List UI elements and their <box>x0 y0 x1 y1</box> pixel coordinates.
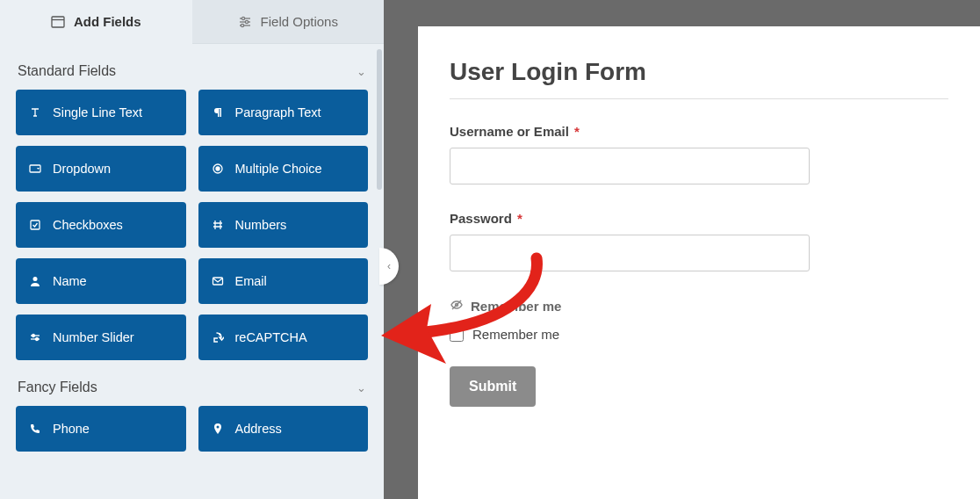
tab-add-fields[interactable]: Add Fields <box>0 0 192 44</box>
field-label: Multiple Choice <box>235 162 322 176</box>
svg-rect-11 <box>31 221 40 229</box>
form-preview: User Login Form Username or Email * Pass… <box>418 26 980 499</box>
remember-option[interactable]: Remember me <box>450 327 948 342</box>
paragraph-icon <box>211 105 225 119</box>
email-icon <box>211 274 225 288</box>
field-single-line-text[interactable]: Single Line Text <box>16 90 186 135</box>
dropdown-icon <box>28 162 42 176</box>
svg-point-3 <box>241 17 244 19</box>
chevron-left-icon: ‹ <box>387 260 391 272</box>
field-label: Paragraph Text <box>235 105 321 119</box>
field-numbers[interactable]: Numbers <box>198 202 369 248</box>
tab-label: Add Fields <box>74 14 141 29</box>
sliders-icon <box>238 15 252 29</box>
field-name[interactable]: Name <box>16 258 186 304</box>
hash-icon <box>211 218 225 232</box>
field-label: Phone <box>53 422 90 436</box>
field-label: reCAPTCHA <box>235 330 307 344</box>
section-title: Fancy Fields <box>18 380 97 395</box>
recaptcha-icon <box>211 330 225 344</box>
remember-label: Remember me <box>472 327 559 342</box>
svg-rect-0 <box>52 17 64 27</box>
field-number-slider[interactable]: Number Slider <box>16 315 186 360</box>
phone-icon <box>28 422 42 436</box>
tabs: Add Fields Field Options <box>0 0 384 44</box>
required-mark: * <box>517 211 522 226</box>
slider-icon <box>28 330 42 344</box>
password-input[interactable] <box>450 235 810 271</box>
svg-point-17 <box>36 338 39 341</box>
sidebar: Add Fields Field Options Standard Fields… <box>0 0 384 499</box>
section-standard-header[interactable]: Standard Fields ⌄ <box>16 44 368 90</box>
svg-point-5 <box>245 20 248 23</box>
section-fancy-header[interactable]: Fancy Fields ⌄ <box>16 360 368 406</box>
field-label: Email <box>235 274 267 288</box>
field-label: Single Line Text <box>53 105 142 119</box>
field-dropdown[interactable]: Dropdown <box>16 146 186 192</box>
checkbox-icon <box>28 218 42 232</box>
field-phone[interactable]: Phone <box>16 406 186 452</box>
remember-checkbox[interactable] <box>450 328 464 342</box>
tab-field-options[interactable]: Field Options <box>192 0 385 44</box>
standard-fields-grid: Single Line Text Paragraph Text Dropdown… <box>16 90 368 360</box>
field-multiple-choice[interactable]: Multiple Choice <box>198 146 369 192</box>
field-address[interactable]: Address <box>198 406 369 452</box>
user-icon <box>28 274 42 288</box>
field-paragraph-text[interactable]: Paragraph Text <box>198 90 369 135</box>
eye-off-icon <box>450 298 464 315</box>
remember-header: Remember me <box>450 298 948 315</box>
field-recaptcha[interactable]: reCAPTCHA <box>198 315 369 360</box>
field-checkboxes[interactable]: Checkboxes <box>16 202 186 248</box>
pin-icon <box>211 422 225 436</box>
svg-point-15 <box>32 335 35 337</box>
field-label: Dropdown <box>53 162 111 176</box>
required-mark: * <box>574 124 580 139</box>
form-icon <box>51 15 65 29</box>
radio-icon <box>211 162 225 176</box>
sidebar-collapse-handle[interactable]: ‹ <box>379 248 399 285</box>
svg-point-7 <box>241 24 243 26</box>
section-title: Standard Fields <box>18 63 116 79</box>
fields-panel: Standard Fields ⌄ Single Line Text Parag… <box>0 44 384 499</box>
field-label: Number Slider <box>53 330 134 344</box>
svg-point-10 <box>216 167 220 170</box>
fancy-fields-grid: Phone Address <box>16 406 368 452</box>
form-title: User Login Form <box>450 58 948 86</box>
username-label: Username or Email * <box>450 124 948 139</box>
password-label: Password * <box>450 211 948 226</box>
scrollbar[interactable] <box>377 49 382 190</box>
submit-button[interactable]: Submit <box>450 366 536 407</box>
chevron-down-icon: ⌄ <box>357 65 366 78</box>
field-label: Name <box>53 274 87 288</box>
field-label: Numbers <box>235 218 287 232</box>
username-input[interactable] <box>450 148 810 184</box>
divider <box>450 98 948 99</box>
svg-point-12 <box>33 277 38 281</box>
text-icon <box>28 105 42 119</box>
tab-label: Field Options <box>261 14 338 29</box>
field-label: Checkboxes <box>53 218 123 232</box>
field-label: Address <box>235 422 282 436</box>
chevron-down-icon: ⌄ <box>357 381 366 394</box>
field-email[interactable]: Email <box>198 258 369 304</box>
